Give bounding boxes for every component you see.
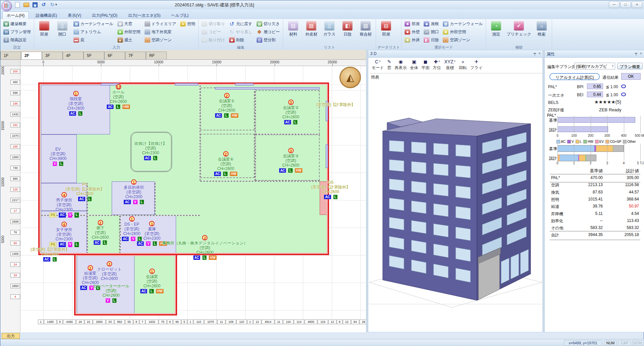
output-tab[interactable]: 出力 (2, 333, 20, 339)
ribbon-button-編集-切り取り[interactable]: ▱切り取り (200, 20, 227, 28)
room-label[interactable]: 4男子便所(非空調)CH=2300PSACVL (49, 192, 79, 218)
ribbon-button-選択モード-日除[interactable]: ◧日除 (422, 36, 440, 44)
menu-tab-ヘルプ(L)[interactable]: ヘルプ(L) (167, 12, 193, 20)
ribbon-button-リスト-ガラス[interactable]: ▯ガラス (321, 20, 338, 38)
ribbon-button-入力-ドライエリア[interactable]: ▢ドライエリア (143, 20, 178, 28)
v3d-tool-全体[interactable]: ▣全体 (410, 58, 418, 73)
close-button[interactable]: × (632, 1, 642, 8)
ribbon-button-入力-部屋[interactable]: 部屋 (36, 20, 53, 38)
ribbon-button-リスト-材料[interactable]: ▤材料 (284, 20, 302, 38)
ribbon-button-設定-プラン管理[interactable]: ▤プラン管理 (2, 28, 33, 36)
v3d-tool-再表示[interactable]: ◉再表示 (395, 58, 407, 73)
ribbon-button-補助-検索[interactable]: ○検索 (533, 20, 550, 38)
floor-tab-1F[interactable]: 1F (0, 52, 21, 59)
room-label[interactable]: 1多目的便所(非空調)CH=2300ACVL (124, 179, 144, 204)
ribbon-button-編集-壁分割[interactable]: ▥壁分割 (255, 36, 282, 44)
new-file-button[interactable] (14, 1, 21, 8)
close-panel-icon[interactable]: × (539, 51, 541, 56)
menu-tab-表示(V)[interactable]: 表示(V) (64, 12, 85, 20)
viewer-3d-header[interactable]: 3 D ┯ × (368, 50, 543, 58)
room-label[interactable]: 1会議室(空調)CH=2600ACLHW (140, 269, 163, 293)
ribbon-button-編集-コピー[interactable]: ▱コピー (200, 28, 227, 36)
open-file-button[interactable] (22, 1, 30, 8)
v3d-tool-窓[interactable]: ✎窓 (387, 58, 391, 73)
ribbon-button-リスト-日除[interactable]: ◧日除 (339, 20, 356, 38)
ribbon-button-入力-照明[interactable]: ●照明 (178, 20, 197, 28)
ribbon-button-選択モード-外壁[interactable]: ■外壁 (403, 28, 421, 36)
room-label[interactable]: (非空調)【計算除外】 (316, 102, 355, 107)
room-label[interactable]: 4女子便所(非空調)CH=2300PSACVL (49, 222, 79, 247)
ribbon-button-リスト-外皮材[interactable]: ▨外皮材 (303, 20, 320, 38)
floor-tab-3F[interactable]: 3F (42, 52, 63, 59)
undo-button[interactable]: ↺ (40, 1, 47, 8)
floor-tab-5F[interactable]: 5F (84, 52, 104, 59)
table-row-design-value: 4.54 (612, 211, 639, 216)
ribbon-button-補助-測定[interactable]: ◔測定 (487, 20, 505, 38)
app-logo-icon[interactable] (1, 1, 12, 11)
menu-tab-ホーム(H)[interactable]: ホーム(H) (2, 11, 29, 20)
floor-tab-4F[interactable]: 4F (63, 52, 84, 59)
ribbon-button-編集-削除[interactable]: ◆削除 (227, 36, 254, 44)
ribbon-button-編集-元に戻す[interactable]: ↺元に戻す (227, 20, 254, 28)
menu-tab-出力(一次エネ)(S)[interactable]: 出力(一次エネ)(S) (124, 12, 165, 20)
room-label[interactable]: 3会議室②(空調)CH=2600ACL (282, 100, 299, 124)
ribbon-button-リスト-複合材[interactable]: ▧複合材 (357, 20, 374, 38)
ribbon-button-入力-カーテンウォール[interactable]: ▦カーテンウォール (72, 20, 115, 28)
ribbon-button-選択モード-屋根[interactable]: ◆屋根 (422, 20, 440, 28)
room-label[interactable]: (非空調)【計算除外】CH=2400ACL (31, 247, 69, 262)
ribbon-button-編集-やり直し[interactable]: ↻やり直し (227, 28, 254, 36)
ribbon-button-選択モード-外部空間[interactable]: ■外部空間 (441, 28, 484, 36)
v3d-tool-モード[interactable]: C ▾モード (372, 58, 384, 73)
ribbon-button-編集-切り欠き[interactable]: ▩切り欠き (255, 20, 282, 28)
ribbon-button-選択モード-開口[interactable]: ▱開口 (422, 28, 440, 36)
room-label[interactable]: EV(非空調)CH=3900VL (49, 147, 66, 166)
ribbon-button-選択モード-部屋[interactable]: ■部屋 (403, 20, 421, 28)
room-label[interactable]: 2廊下(空調)CH=2600ACL (92, 220, 109, 245)
ribbon-button-選択モード-カーテンウォール[interactable]: ▦カーテンウォール (441, 20, 484, 28)
pin-icon[interactable]: ┯ (534, 51, 536, 56)
ribbon-button-編集-層コピー[interactable]: ❖層コピー (255, 28, 282, 36)
menu-tab-出力(PAL*)(O)[interactable]: 出力(PAL*)(O) (88, 12, 121, 20)
qat-dropdown-icon[interactable]: ▼ (55, 3, 58, 6)
room-label[interactable]: 12ホール(空調)CH=2600ACLHW (107, 84, 130, 109)
room-label[interactable]: 1階段室(非空調)CH=2600ACL (67, 91, 84, 116)
room-number-badge: 2 (98, 220, 103, 225)
ribbon-button-補助-プリチェック[interactable]: ✔プリチェック (505, 20, 532, 38)
ribbon-button-入力-空調ゾーン[interactable]: ▢空調ゾーン (143, 36, 178, 44)
room-label[interactable]: 吹抜け【吹抜け】(空調)CH=2300ACL (135, 141, 167, 160)
ribbon-button-入力-地下外気室[interactable]: ▢地下外気室 (143, 28, 178, 36)
maximize-button[interactable]: □ (620, 1, 631, 8)
room-label[interactable]: 3クローゼット(非空調)CH=2600 (97, 261, 121, 281)
v3d-tool-フライ[interactable]: ✈フライ (470, 58, 483, 73)
ribbon-button-入力-盛土[interactable]: ▲盛土 (116, 36, 142, 44)
room-label[interactable]: 2会議室④(空調)CH=2600ACLHW (214, 151, 237, 176)
ribbon-button-入力-庇[interactable]: ▬庇 (72, 36, 115, 44)
floor-tab-6F[interactable]: 6F (104, 52, 125, 59)
save-button[interactable] (31, 1, 39, 8)
building-3d-view[interactable] (368, 80, 543, 332)
ribbon-button-選択モード-外床[interactable]: ■外床 (403, 36, 421, 44)
ribbon-button-設定-階高設定[interactable]: ⇕階高設定 (2, 36, 33, 44)
ribbon-button-入力-天窓[interactable]: ▣天窓 (116, 20, 142, 28)
room-label[interactable]: 2事務所（丸株・株木デジタルイノベーション）(空調)CH=2600ACLHW (162, 235, 248, 260)
v3d-tool-座標[interactable]: XYZ ▾座標 (444, 58, 455, 73)
ribbon-button-入力-アトリウム[interactable]: ◇アトリウム (72, 28, 115, 36)
ribbon-button-編集-貼り付け[interactable]: ▤貼り付け (200, 36, 227, 44)
ribbon-button-データリスト-部屋[interactable]: ▤部屋 (377, 20, 395, 38)
room-label[interactable]: 2会議室①(空調)CH=2600ACLHW (215, 93, 238, 118)
floor-tab-RF[interactable]: RF (146, 52, 167, 59)
floor-tab-7F[interactable]: 7F (125, 52, 146, 59)
minimize-button[interactable]: ─ (609, 1, 620, 8)
ribbon-button-設定-建築概要[interactable]: ▦建築概要 (2, 20, 33, 28)
v3d-tool-回転[interactable]: »回転 (459, 58, 467, 73)
room-label[interactable]: DS(非空調)【計算除外】CH=2600ACL (311, 180, 350, 199)
ribbon-button-選択モード-空調ゾーン[interactable]: ▢空調ゾーン (441, 36, 484, 44)
room-label[interactable]: エレベーターホール(空調)CH=2600VL (93, 284, 129, 303)
ribbon-button-入力-外部空間[interactable]: ■外部空間 (116, 28, 142, 36)
v3d-tool-平面[interactable]: ◼平面 (422, 58, 430, 73)
ribbon-button-入力-開口[interactable]: ▯開口 (54, 20, 71, 38)
menu-tab-設備機器(E)[interactable]: 設備機器(E) (32, 12, 61, 20)
v3d-tool-方位[interactable]: ✚ ▾方位 (433, 58, 441, 73)
floor-tab-2F[interactable]: 2F (21, 52, 42, 59)
room-label[interactable]: 3会議室③(空調)CH=2600ACLHW (279, 148, 302, 173)
